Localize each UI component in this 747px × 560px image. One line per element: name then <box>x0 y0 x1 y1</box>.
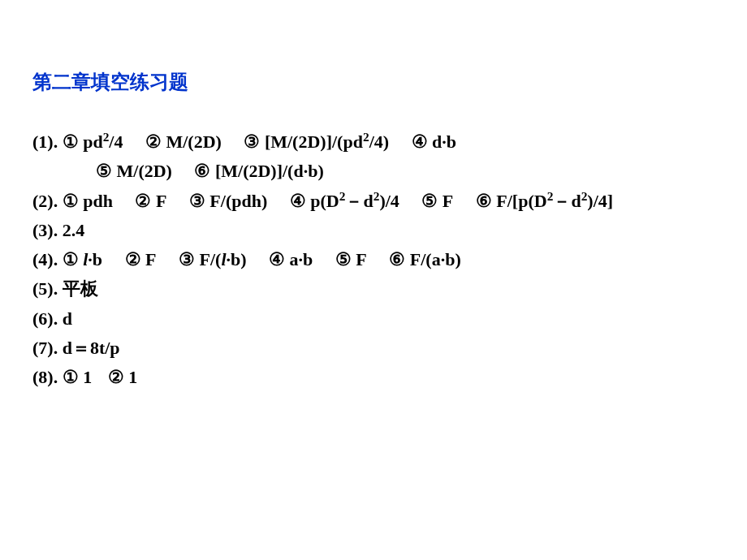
q5-num: (5). <box>32 278 58 299</box>
q8-a2: 1 <box>128 367 137 387</box>
q4-num: (4). <box>32 249 58 269</box>
q4-a2: F <box>145 249 156 269</box>
q2-a4-label: ④ <box>290 191 306 211</box>
q2-a5: F <box>443 191 453 211</box>
q2-line: (2). ① pdh ② F ③ F/(pdh) ④ p(D2－d2)/4 ⑤ … <box>32 187 723 216</box>
q1-a2-label: ② <box>145 131 162 152</box>
q2-a2: F <box>156 191 166 211</box>
q1-a2: M/(2D) <box>166 131 221 152</box>
q1-a3: [M/(2D)]/(pd2/4) <box>265 131 389 152</box>
q7-line: (7). d＝8t/p <box>32 334 723 363</box>
q1-num: (1). <box>32 131 58 152</box>
q4-a4: a·b <box>290 249 313 269</box>
q2-a4: p(D2－d2)/4 <box>310 191 399 211</box>
q8-a1-label: ① <box>63 367 79 387</box>
q4-a5: F <box>356 249 366 269</box>
q1-a1-label: ① <box>63 131 79 152</box>
q1-line1: (1). ① pd2/4 ② M/(2D) ③ [M/(2D)]/(pd2/4)… <box>32 127 723 157</box>
q4-a3: F/(l·b) <box>199 249 246 269</box>
q8-line: (8). ① 1 ② 1 <box>32 363 723 392</box>
q1-a3-label: ③ <box>244 131 260 152</box>
q6-num: (6). <box>32 308 58 329</box>
q4-line: (4). ① l·b ② F ③ F/(l·b) ④ a·b ⑤ F ⑥ F/(… <box>32 245 723 274</box>
q2-a1: pdh <box>83 191 113 211</box>
q4-a5-label: ⑤ <box>335 249 352 269</box>
q1-a5: M/(2D) <box>117 161 172 181</box>
q6-line: (6). d <box>32 304 723 334</box>
q2-a3-label: ③ <box>189 191 205 211</box>
q2-a3: F/(pdh) <box>209 191 267 211</box>
q1-a5-label: ⑤ <box>96 161 112 181</box>
q2-a5-label: ⑤ <box>421 191 438 211</box>
section-title: 第二章填空练习题 <box>32 69 723 95</box>
q4-a3-label: ③ <box>179 249 195 269</box>
q2-a1-label: ① <box>63 191 79 211</box>
q4-a1: l·b <box>83 249 102 269</box>
q1-a4: d·b <box>432 131 456 152</box>
q1-a6-label: ⑥ <box>194 161 210 181</box>
q4-a4-label: ④ <box>269 249 285 269</box>
content-block: (1). ① pd2/4 ② M/(2D) ③ [M/(2D)]/(pd2/4)… <box>32 127 723 393</box>
q8-a2-label: ② <box>108 367 124 387</box>
q4-a6: F/(a·b) <box>410 249 461 269</box>
q4-a2-label: ② <box>125 249 141 269</box>
q6-a: d <box>63 308 72 329</box>
q3-line: (3). 2.4 <box>32 216 723 245</box>
q2-a6: F/[p(D2－d2)/4] <box>496 191 613 211</box>
q2-num: (2). <box>32 191 58 211</box>
q5-line: (5). 平板 <box>32 274 723 304</box>
q7-num: (7). <box>32 338 58 358</box>
q8-num: (8). <box>32 367 58 387</box>
q7-a: d＝8t/p <box>63 338 120 358</box>
q1-a6: [M/(2D)]/(d·b) <box>215 161 324 181</box>
q4-a1-label: ① <box>63 249 79 269</box>
q1-line2: ⑤ M/(2D) ⑥ [M/(2D)]/(d·b) <box>32 157 723 186</box>
q3-a: 2.4 <box>63 220 85 240</box>
q2-a2-label: ② <box>135 191 151 211</box>
q8-a1: 1 <box>83 367 92 387</box>
q2-a6-label: ⑥ <box>476 191 492 211</box>
q5-a: 平板 <box>63 278 98 299</box>
q3-num: (3). <box>32 220 58 240</box>
q1-a1: pd2/4 <box>83 131 123 152</box>
q4-a6-label: ⑥ <box>389 249 405 269</box>
q1-a4-label: ④ <box>412 131 428 152</box>
